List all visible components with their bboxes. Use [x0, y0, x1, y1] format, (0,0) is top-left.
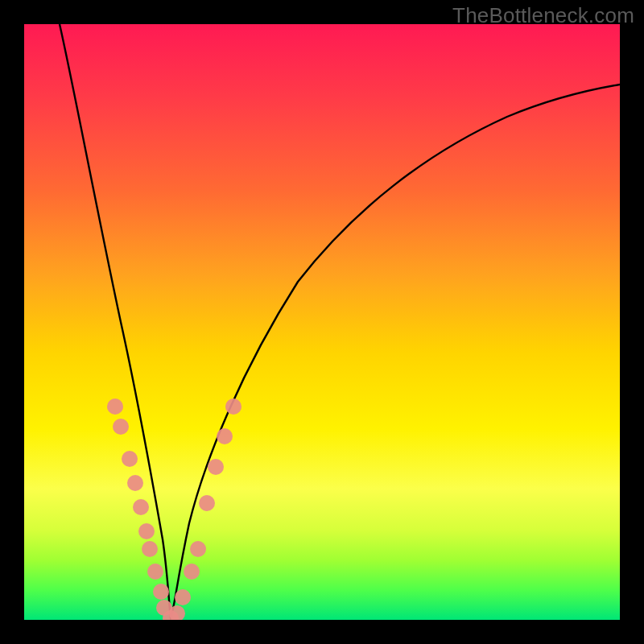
svg-point-4: [133, 499, 149, 515]
svg-point-13: [184, 564, 200, 580]
svg-point-17: [217, 428, 233, 444]
svg-point-12: [175, 589, 191, 605]
svg-point-0: [107, 398, 123, 415]
svg-point-6: [142, 541, 158, 557]
svg-point-14: [190, 541, 206, 557]
watermark-text: TheBottleneck.com: [452, 3, 634, 28]
svg-point-3: [127, 475, 143, 491]
svg-point-18: [225, 398, 242, 415]
svg-point-15: [199, 495, 215, 511]
outer-frame: TheBottleneck.com: [0, 0, 644, 644]
data-dots: [107, 398, 242, 620]
svg-point-8: [153, 584, 169, 600]
svg-point-5: [138, 523, 155, 539]
svg-point-2: [122, 451, 138, 467]
plot-area: [24, 24, 620, 620]
svg-point-1: [113, 419, 129, 435]
svg-point-16: [208, 459, 224, 475]
svg-point-7: [147, 564, 163, 580]
chart-svg: [24, 24, 620, 620]
